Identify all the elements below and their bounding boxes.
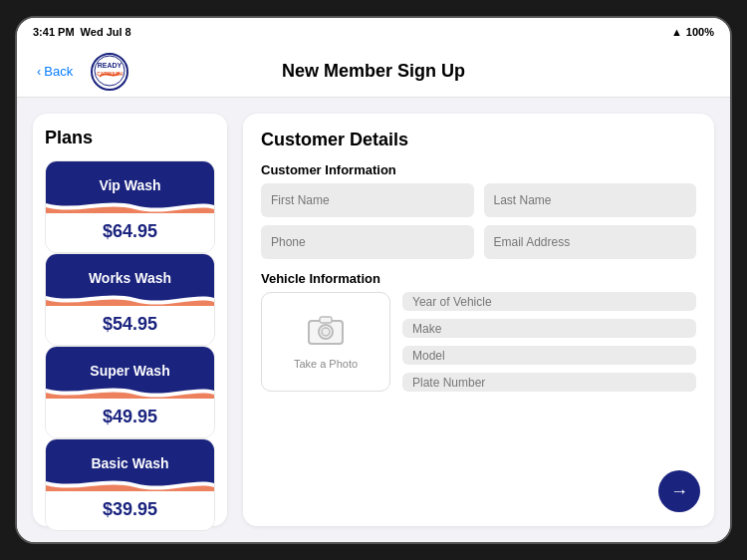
plan-card-vip[interactable]: Vip Wash $64.95	[45, 160, 215, 253]
plan-name-vip: Vip Wash	[99, 177, 160, 193]
customer-info-section: Customer Information	[261, 162, 696, 259]
camera-icon	[308, 315, 344, 352]
battery-label: 100%	[686, 26, 714, 38]
contact-row	[261, 225, 696, 259]
name-row	[261, 183, 696, 217]
photo-label: Take a Photo	[294, 358, 358, 370]
nav-bar: ‹ Back READY CARWASH New Member Sign U	[17, 46, 730, 98]
vehicle-section: Take a Photo	[261, 292, 696, 392]
status-bar: 3:41 PM Wed Jul 8 ▲ 100%	[17, 18, 730, 46]
vehicle-info-label: Vehicle Information	[261, 271, 696, 286]
status-bar-left: 3:41 PM Wed Jul 8	[33, 26, 131, 38]
back-label: Back	[44, 64, 73, 79]
plans-title: Plans	[45, 128, 215, 148]
model-input[interactable]	[402, 346, 696, 365]
plan-card-works[interactable]: Works Wash $54.95	[45, 253, 215, 346]
plan-price-super: $49.95	[103, 407, 157, 426]
chevron-left-icon: ‹	[37, 64, 41, 79]
device-frame: 3:41 PM Wed Jul 8 ▲ 100% ‹ Back READY C	[15, 16, 732, 544]
logo-circle: READY CARWASH	[91, 53, 128, 91]
svg-text:READY: READY	[98, 62, 123, 69]
main-content: Plans Vip Wash $64.95 Works Wash	[17, 98, 730, 542]
last-name-input[interactable]	[484, 183, 697, 217]
nav-left: ‹ Back READY CARWASH	[37, 53, 261, 91]
next-button[interactable]: →	[658, 470, 700, 512]
vehicle-inputs	[402, 292, 696, 392]
wifi-icon: ▲	[671, 26, 682, 38]
page-title: New Member Sign Up	[261, 61, 485, 82]
plans-panel: Plans Vip Wash $64.95 Works Wash	[33, 114, 227, 526]
svg-point-5	[322, 328, 330, 336]
year-input[interactable]	[402, 292, 696, 311]
logo: READY CARWASH	[91, 53, 128, 91]
svg-rect-6	[320, 317, 332, 323]
plan-card-basic[interactable]: Basic Wash $39.95	[45, 438, 215, 531]
status-bar-right: ▲ 100%	[671, 26, 714, 38]
arrow-right-icon: →	[670, 481, 688, 502]
vehicle-info-section: Vehicle Information Take a Photo	[261, 271, 696, 392]
back-button[interactable]: ‹ Back	[37, 64, 73, 79]
plan-card-super[interactable]: Super Wash $49.95	[45, 346, 215, 438]
email-input[interactable]	[484, 225, 697, 259]
status-date: Wed Jul 8	[81, 26, 131, 38]
status-time: 3:41 PM	[33, 26, 75, 38]
details-title: Customer Details	[261, 130, 696, 150]
make-input[interactable]	[402, 319, 696, 338]
plate-input[interactable]	[402, 373, 696, 392]
plan-price-basic: $39.95	[103, 499, 157, 519]
plan-cards-container: Vip Wash $64.95 Works Wash $54.95	[45, 160, 215, 531]
plan-name-basic: Basic Wash	[91, 455, 168, 471]
plan-price-works: $54.95	[103, 314, 157, 334]
logo-text: READY CARWASH	[94, 55, 125, 89]
photo-box[interactable]: Take a Photo	[261, 292, 390, 392]
plan-price-vip: $64.95	[103, 221, 157, 241]
details-panel: Customer Details Customer Information Ve…	[243, 114, 714, 526]
customer-info-label: Customer Information	[261, 162, 696, 177]
first-name-input[interactable]	[261, 183, 474, 217]
plan-name-super: Super Wash	[90, 363, 169, 379]
phone-input[interactable]	[261, 225, 474, 259]
plan-name-works: Works Wash	[89, 270, 171, 286]
